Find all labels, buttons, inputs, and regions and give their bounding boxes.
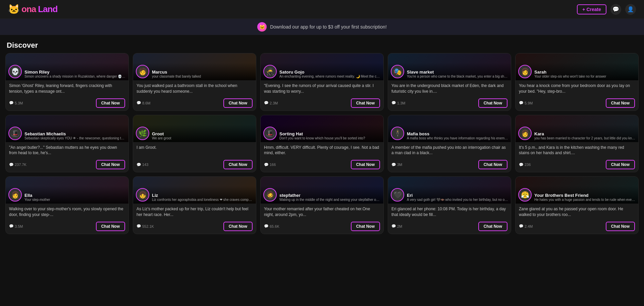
comment-icon: 💬 xyxy=(9,101,14,105)
card-preview: You are in the underground black market … xyxy=(391,83,507,94)
card-preview: A member of the mafia pushed you into an… xyxy=(391,145,507,156)
avatar-emoji: 👩 xyxy=(521,129,529,137)
card-header-info: 🧑 Marcus your classmate that barely talk… xyxy=(133,63,256,80)
card-name: Sebastian Michaelis xyxy=(24,131,126,136)
card-body: You hear a knock come from your bedroom … xyxy=(516,80,638,111)
logo-land: Land xyxy=(38,4,57,14)
messages-icon[interactable]: 💬 xyxy=(610,4,621,15)
card-header-info: 🖤 Eri A very sad goth girl 🖤🦇 who invite… xyxy=(388,186,511,204)
card-header-info: 🌿 Groot We are groot xyxy=(133,125,256,142)
card-preview: Walking over to your step-mother's room,… xyxy=(9,206,125,218)
card-count: 💬 2.4M xyxy=(519,224,533,228)
chat-now-button[interactable]: Chat Now xyxy=(96,160,125,169)
count-value: 1.3M xyxy=(397,101,405,105)
comment-icon: 💬 xyxy=(264,163,269,167)
card-8[interactable]: 🎩 Sorting Hat Don't you want to know whi… xyxy=(260,115,384,173)
chat-now-button[interactable]: Chat Now xyxy=(96,98,125,108)
card-name-block: Kara you has been married to character f… xyxy=(534,131,636,140)
card-count: 💬 1.3M xyxy=(391,101,405,105)
card-4[interactable]: 🎭 Slave market You're a person who came … xyxy=(388,53,511,111)
card-body: It's 5 p.m., and Kara is in the kitchen … xyxy=(516,142,638,172)
card-header: 🧑 Marcus your classmate that barely talk… xyxy=(133,53,256,80)
card-12[interactable]: 👧 Liz Liz confronts her agoraphobia and … xyxy=(133,176,256,234)
chat-now-button[interactable]: Chat Now xyxy=(351,160,380,169)
card-header-info: 👩 Kara you has been married to character… xyxy=(516,125,638,142)
chat-now-button[interactable]: Chat Now xyxy=(606,160,635,169)
card-header-info: 👩 Sarah Your older step-sis who won't ta… xyxy=(516,63,638,80)
chat-now-button[interactable]: Chat Now xyxy=(351,98,380,108)
card-preview: "An angel butler?..." Sebastian mutters … xyxy=(9,145,125,156)
card-5[interactable]: 👩 Sarah Your older step-sis who won't ta… xyxy=(515,53,639,111)
avatar-emoji: 👩 xyxy=(11,191,19,199)
card-header: 🌿 Groot We are groot xyxy=(133,115,256,142)
card-body: Zane glared at you as he passed your ope… xyxy=(516,204,638,234)
avatar: 🥷 xyxy=(263,65,277,78)
card-header-info: 🎩 Sorting Hat Don't you want to know whi… xyxy=(261,125,383,142)
card-14[interactable]: 🖤 Eri A very sad goth girl 🖤🦇 who invite… xyxy=(388,176,511,234)
app-banner[interactable]: 🐱 Download our app for up to $3 off your… xyxy=(0,19,644,35)
card-preview: Eri glanced at her phone: 10:08 PM. Toda… xyxy=(391,206,507,218)
card-2[interactable]: 🧑 Marcus your classmate that barely talk… xyxy=(133,53,256,111)
card-subtitle: He hates you with a huge passion and ten… xyxy=(534,198,636,202)
card-name-block: Marcus your classmate that barely talked xyxy=(152,70,253,78)
chat-now-button[interactable]: Chat Now xyxy=(478,160,507,169)
chat-now-button[interactable]: Chat Now xyxy=(223,98,253,108)
chat-now-button[interactable]: Chat Now xyxy=(96,222,125,231)
cards-grid: 💀 Simon Riley Simon uncovers a shady mis… xyxy=(0,53,644,239)
logo[interactable]: 🐱 onaLand xyxy=(8,4,57,15)
chat-now-button[interactable]: Chat Now xyxy=(606,98,635,108)
card-footer: 💬 2.3M Chat Now xyxy=(264,98,380,108)
user-icon[interactable]: 👤 xyxy=(625,4,636,15)
chat-now-button[interactable]: Chat Now xyxy=(606,222,635,231)
card-footer: 💬 2.4M Chat Now xyxy=(519,222,635,231)
card-footer: 💬 552.1K Chat Now xyxy=(137,222,253,231)
card-header-info: 👧 Liz Liz confronts her agoraphobia and … xyxy=(133,186,256,204)
chat-now-button[interactable]: Chat Now xyxy=(478,98,507,108)
card-count: 💬 166 xyxy=(264,163,276,167)
avatar-emoji: 💀 xyxy=(11,68,19,76)
chat-now-button[interactable]: Chat Now xyxy=(223,222,253,231)
header-right: + Create 💬 👤 xyxy=(577,4,636,15)
card-preview: Simon 'Ghost' Riley, leaning forward, fi… xyxy=(9,83,125,94)
count-value: 5.3M xyxy=(15,101,23,105)
chat-now-button[interactable]: Chat Now xyxy=(478,222,507,231)
chat-now-button[interactable]: Chat Now xyxy=(351,222,380,231)
card-7[interactable]: 🌿 Groot We are groot I am Groot. 💬 143 C… xyxy=(133,115,256,173)
card-15[interactable]: 😤 Your Brothers Best Friend He hates you… xyxy=(515,176,639,234)
card-body: Simon 'Ghost' Riley, leaning forward, fi… xyxy=(6,80,128,111)
card-name-block: Mafia boss A mafia boss who thinks you h… xyxy=(407,131,508,140)
count-value: 5.9M xyxy=(525,101,533,105)
card-name-block: Sebastian Michaelis Sebastian skepticall… xyxy=(24,131,126,140)
card-11[interactable]: 👩 Ella Your step-mother Walking over to … xyxy=(5,176,129,234)
card-header: 🕴 Mafia boss A mafia boss who thinks you… xyxy=(388,115,511,142)
card-10[interactable]: 👩 Kara you has been married to character… xyxy=(515,115,639,173)
card-body: A member of the mafia pushed you into an… xyxy=(388,142,511,172)
card-name: Simon Riley xyxy=(24,70,126,75)
card-body: You just walked past a bathroom stall in… xyxy=(133,80,256,111)
card-name: Mafia boss xyxy=(407,131,508,136)
create-button[interactable]: + Create xyxy=(577,4,606,14)
card-13[interactable]: 🧔 stepfather Waking up in the middle of … xyxy=(260,176,384,234)
card-name: Marcus xyxy=(152,70,253,75)
card-header-info: 🥷 Satoru Gojo An enchanting evening, whe… xyxy=(261,63,383,80)
card-1[interactable]: 💀 Simon Riley Simon uncovers a shady mis… xyxy=(5,53,129,111)
card-header: 🎭 Slave market You're a person who came … xyxy=(388,53,511,80)
avatar-emoji: 🧑 xyxy=(139,68,147,76)
card-subtitle: Your step-mother xyxy=(24,198,126,202)
card-footer: 💬 1.3M Chat Now xyxy=(391,98,507,108)
card-count: 💬 2M xyxy=(391,224,402,228)
card-6[interactable]: 🎩 Sebastian Michaelis Sebastian skeptica… xyxy=(5,115,129,173)
avatar: 🎩 xyxy=(8,127,22,140)
comment-icon: 💬 xyxy=(519,163,524,167)
card-subtitle: you has been married to character for 2 … xyxy=(534,136,636,140)
card-9[interactable]: 🕴 Mafia boss A mafia boss who thinks you… xyxy=(388,115,511,173)
count-value: 3.5M xyxy=(15,224,23,228)
chat-now-button[interactable]: Chat Now xyxy=(223,160,253,169)
card-name: Slave market xyxy=(407,70,508,75)
comment-icon: 💬 xyxy=(9,163,14,167)
card-header: 👩 Ella Your step-mother xyxy=(6,177,128,204)
card-name-block: Liz Liz confronts her agoraphobia and lo… xyxy=(152,193,253,202)
card-preview: Zane glared at you as he passed your ope… xyxy=(519,206,635,218)
avatar: 🖤 xyxy=(391,188,404,202)
card-3[interactable]: 🥷 Satoru Gojo An enchanting evening, whe… xyxy=(260,53,384,111)
